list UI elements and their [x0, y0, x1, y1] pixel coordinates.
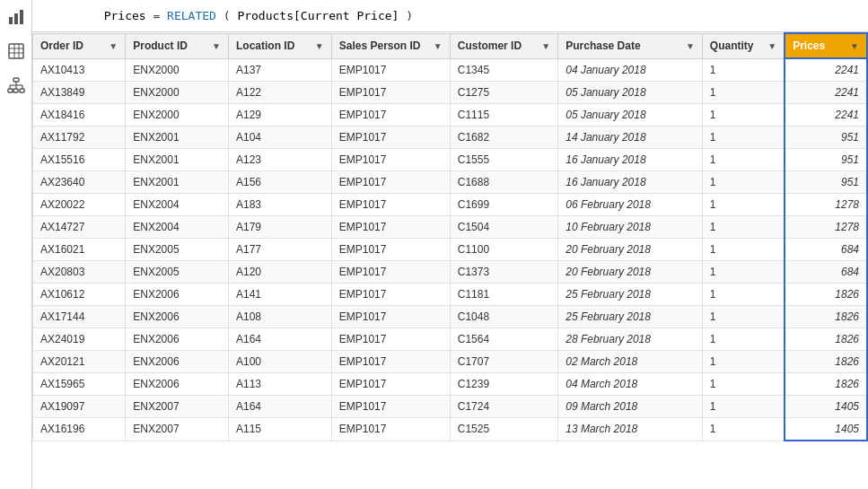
- cell-customer_id: C1724: [450, 396, 557, 418]
- cell-order_id: AX10413: [33, 58, 126, 82]
- cell-product_id: ENX2004: [126, 194, 229, 216]
- svg-rect-9: [8, 89, 13, 92]
- table-row: AX24019ENX2006A164EMP1017C156428 Februar…: [33, 328, 868, 351]
- cell-quantity: 1: [702, 306, 785, 328]
- cell-customer_id: C1181: [450, 284, 557, 306]
- cell-prices: 1826: [785, 373, 867, 396]
- filter-btn-sales_person_id[interactable]: ▼: [434, 41, 443, 51]
- filter-btn-order_id[interactable]: ▼: [109, 41, 118, 51]
- cell-order_id: AX16196: [33, 418, 126, 441]
- chart-icon[interactable]: [6, 7, 26, 27]
- main-content: Prices = RELATED ( Products[Current Pric…: [32, 0, 868, 489]
- cell-sales_person_id: EMP1017: [331, 149, 450, 171]
- cell-sales_person_id: EMP1017: [331, 373, 450, 396]
- cell-location_id: A183: [229, 194, 332, 216]
- cell-order_id: AX16021: [33, 239, 126, 261]
- col-header-order_id: Order ID ▼: [33, 33, 126, 58]
- cell-quantity: 1: [702, 284, 785, 306]
- table-container[interactable]: Order ID ▼ Product ID ▼ Location ID ▼ Sa…: [32, 32, 868, 489]
- svg-rect-8: [13, 78, 19, 82]
- cell-purchase_date: 13 March 2018: [558, 418, 703, 441]
- cell-product_id: ENX2000: [126, 104, 229, 127]
- cell-quantity: 1: [702, 396, 785, 418]
- cell-location_id: A179: [229, 216, 332, 239]
- cell-prices: 1826: [785, 284, 867, 306]
- cell-order_id: AX11792: [33, 127, 126, 149]
- cell-customer_id: C1345: [450, 58, 557, 82]
- col-header-sales_person_id: Sales Person ID ▼: [331, 33, 450, 58]
- cell-sales_person_id: EMP1017: [331, 351, 450, 373]
- filter-btn-prices[interactable]: ▼: [850, 41, 859, 51]
- cell-order_id: AX10612: [33, 284, 126, 306]
- cell-quantity: 1: [702, 328, 785, 351]
- cell-customer_id: C1564: [450, 328, 557, 351]
- table-row: AX16021ENX2005A177EMP1017C110020 Februar…: [33, 239, 868, 261]
- cell-prices: 684: [785, 239, 867, 261]
- cell-purchase_date: 16 January 2018: [558, 149, 703, 171]
- col-header-purchase_date: Purchase Date ▼: [558, 33, 703, 58]
- cell-product_id: ENX2005: [126, 239, 229, 261]
- cell-purchase_date: 25 February 2018: [558, 284, 703, 306]
- table-row: AX10413ENX2000A137EMP1017C134504 January…: [33, 58, 868, 82]
- cell-customer_id: C1707: [450, 351, 557, 373]
- cell-purchase_date: 02 March 2018: [558, 351, 703, 373]
- cell-quantity: 1: [702, 261, 785, 284]
- cell-prices: 1826: [785, 351, 867, 373]
- cell-prices: 2241: [785, 58, 867, 82]
- cell-product_id: ENX2001: [126, 171, 229, 194]
- cell-order_id: AX19097: [33, 396, 126, 418]
- confirm-button[interactable]: [63, 6, 83, 26]
- cancel-button[interactable]: [39, 6, 59, 26]
- cell-customer_id: C1100: [450, 239, 557, 261]
- table-row: AX10612ENX2006A141EMP1017C118125 Februar…: [33, 284, 868, 306]
- cell-customer_id: C1115: [450, 104, 557, 127]
- table-row: AX20121ENX2006A100EMP1017C170702 March 2…: [33, 351, 868, 373]
- filter-btn-quantity[interactable]: ▼: [767, 41, 776, 51]
- svg-rect-10: [13, 89, 18, 92]
- cell-quantity: 1: [702, 171, 785, 194]
- cell-location_id: A123: [229, 149, 332, 171]
- cell-quantity: 1: [702, 418, 785, 441]
- cell-quantity: 1: [702, 58, 785, 82]
- table-row: AX17144ENX2006A108EMP1017C104825 Februar…: [33, 306, 868, 328]
- hierarchy-icon[interactable]: [6, 75, 26, 95]
- cell-quantity: 1: [702, 127, 785, 149]
- cell-location_id: A104: [229, 127, 332, 149]
- cell-customer_id: C1682: [450, 127, 557, 149]
- cell-purchase_date: 05 January 2018: [558, 82, 703, 104]
- filter-btn-purchase_date[interactable]: ▼: [686, 41, 695, 51]
- filter-btn-product_id[interactable]: ▼: [212, 41, 221, 51]
- svg-rect-3: [9, 44, 23, 58]
- filter-btn-customer_id[interactable]: ▼: [541, 41, 550, 51]
- cell-purchase_date: 20 February 2018: [558, 261, 703, 284]
- cell-product_id: ENX2007: [126, 418, 229, 441]
- cell-location_id: A164: [229, 396, 332, 418]
- cell-location_id: A137: [229, 58, 332, 82]
- formula-bar: Prices = RELATED ( Products[Current Pric…: [32, 0, 868, 32]
- cell-order_id: AX20022: [33, 194, 126, 216]
- cell-prices: 684: [785, 261, 867, 284]
- table-row: AX15965ENX2006A113EMP1017C123904 March 2…: [33, 373, 868, 396]
- cell-quantity: 1: [702, 149, 785, 171]
- cell-order_id: AX14727: [33, 216, 126, 239]
- table-icon[interactable]: [6, 41, 26, 61]
- filter-btn-location_id[interactable]: ▼: [315, 41, 324, 51]
- cell-quantity: 1: [702, 216, 785, 239]
- cell-sales_person_id: EMP1017: [331, 239, 450, 261]
- cell-sales_person_id: EMP1017: [331, 58, 450, 82]
- col-header-product_id: Product ID ▼: [126, 33, 229, 58]
- cell-customer_id: C1373: [450, 261, 557, 284]
- left-sidebar: [0, 0, 32, 489]
- svg-rect-11: [20, 89, 24, 92]
- cell-prices: 951: [785, 149, 867, 171]
- cell-location_id: A164: [229, 328, 332, 351]
- table-row: AX15516ENX2001A123EMP1017C155516 January…: [33, 149, 868, 171]
- cell-purchase_date: 14 January 2018: [558, 127, 703, 149]
- app-container: Prices = RELATED ( Products[Current Pric…: [0, 0, 868, 489]
- cell-customer_id: C1275: [450, 82, 557, 104]
- cell-product_id: ENX2005: [126, 261, 229, 284]
- cell-sales_person_id: EMP1017: [331, 104, 450, 127]
- cell-product_id: ENX2006: [126, 351, 229, 373]
- formula-icons: [39, 6, 83, 26]
- cell-product_id: ENX2000: [126, 58, 229, 82]
